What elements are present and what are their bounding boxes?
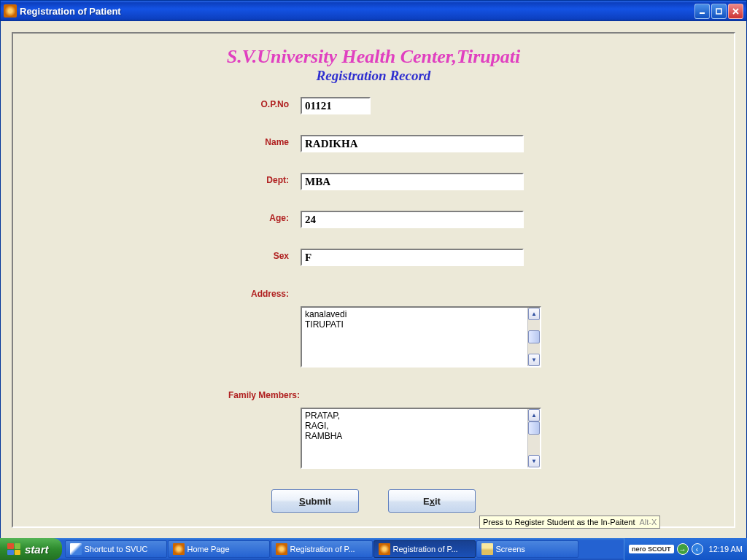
tooltip-hotkey: Alt-X bbox=[640, 518, 657, 526]
taskbar-item-label: Registration of P... bbox=[393, 545, 458, 553]
close-icon bbox=[732, 8, 739, 15]
dept-label: Dept: bbox=[206, 173, 301, 185]
taskbar-item-0[interactable]: Shortcut to SVUC bbox=[65, 540, 167, 558]
registration-form: O.P.No Name Dept: Age: Sex bbox=[206, 97, 541, 513]
scroll-down-icon[interactable]: ▼ bbox=[528, 455, 540, 467]
name-input[interactable] bbox=[301, 135, 524, 152]
java-icon bbox=[173, 543, 185, 555]
taskbar: start Shortcut to SVUCHome PageRegistrat… bbox=[0, 538, 747, 560]
taskbar-item-label: Registration of P... bbox=[290, 545, 355, 553]
tray-nero-badge[interactable]: nero SCOUT bbox=[629, 545, 674, 553]
taskbar-item-3[interactable]: Registration of P... bbox=[374, 540, 476, 558]
exit-tooltip: Press to Register Student as the In-Pait… bbox=[479, 516, 660, 529]
svg-rect-1 bbox=[716, 9, 721, 14]
shortcut-icon bbox=[70, 543, 82, 555]
family-scrollbar[interactable]: ▲ ▼ bbox=[527, 409, 540, 467]
taskbar-item-label: Home Page bbox=[187, 545, 230, 553]
java-icon bbox=[379, 543, 390, 555]
window-title: Registration of Patient bbox=[20, 6, 694, 17]
svg-rect-0 bbox=[700, 12, 705, 14]
app-window: Registration of Patient S.V.University H… bbox=[0, 0, 747, 540]
family-field-wrap: ▲ ▼ bbox=[301, 408, 541, 469]
content-area: S.V.University Health Center,Tirupati Re… bbox=[1, 21, 746, 539]
taskbar-item-1[interactable]: Home Page bbox=[168, 540, 270, 558]
address-label: Address: bbox=[206, 287, 301, 299]
action-buttons: Submit Exit Press to Register Student as… bbox=[206, 489, 541, 513]
opno-input[interactable] bbox=[301, 97, 371, 114]
form-panel: S.V.University Health Center,Tirupati Re… bbox=[12, 32, 735, 528]
family-label: Family Members: bbox=[206, 388, 311, 400]
sex-label: Sex bbox=[206, 249, 301, 261]
name-label: Name bbox=[206, 135, 301, 147]
age-input[interactable] bbox=[301, 211, 524, 228]
maximize-icon bbox=[716, 8, 722, 15]
titlebar[interactable]: Registration of Patient bbox=[1, 1, 746, 21]
folder-icon bbox=[481, 543, 493, 555]
address-scrollbar[interactable]: ▲ ▼ bbox=[527, 308, 540, 366]
opno-label: O.P.No bbox=[206, 97, 301, 109]
taskbar-item-label: Screens bbox=[496, 545, 525, 553]
exit-button[interactable]: Exit bbox=[388, 489, 476, 513]
taskbar-item-label: Shortcut to SVUC bbox=[85, 545, 148, 553]
minimize-button[interactable] bbox=[694, 4, 710, 19]
window-controls bbox=[694, 4, 743, 19]
taskbar-item-2[interactable]: Registration of P... bbox=[271, 540, 373, 558]
java-icon bbox=[276, 543, 287, 555]
scroll-up-icon[interactable]: ▲ bbox=[528, 409, 540, 421]
age-label: Age: bbox=[206, 211, 301, 223]
start-label: start bbox=[25, 543, 49, 556]
tray-clock[interactable]: 12:19 AM bbox=[709, 545, 743, 553]
windows-logo-icon bbox=[7, 543, 20, 555]
submit-button[interactable]: Submit bbox=[271, 489, 359, 513]
tooltip-text: Press to Register Student as the In-Pait… bbox=[483, 518, 635, 526]
address-textarea[interactable] bbox=[302, 308, 527, 366]
family-textarea[interactable] bbox=[302, 409, 527, 467]
sex-input[interactable] bbox=[301, 249, 524, 266]
taskbar-item-4[interactable]: Screens bbox=[476, 540, 578, 558]
scroll-up-icon[interactable]: ▲ bbox=[528, 308, 540, 320]
taskbar-items: Shortcut to SVUCHome PageRegistration of… bbox=[65, 538, 624, 560]
scroll-down-icon[interactable]: ▼ bbox=[528, 354, 540, 366]
page-subtitle: Registration Record bbox=[35, 68, 712, 84]
java-icon bbox=[4, 4, 17, 18]
address-field-wrap: ▲ ▼ bbox=[301, 306, 541, 368]
minimize-icon bbox=[699, 8, 705, 15]
system-tray: nero SCOUT → ‹ 12:19 AM bbox=[624, 538, 747, 560]
close-button[interactable] bbox=[728, 4, 743, 19]
page-title: S.V.University Health Center,Tirupati bbox=[35, 46, 712, 68]
dept-input[interactable] bbox=[301, 173, 524, 190]
start-button[interactable]: start bbox=[0, 538, 62, 560]
tray-arrow-icon[interactable]: → bbox=[677, 543, 689, 555]
tray-expand-icon[interactable]: ‹ bbox=[692, 543, 703, 555]
maximize-button[interactable] bbox=[711, 4, 727, 19]
